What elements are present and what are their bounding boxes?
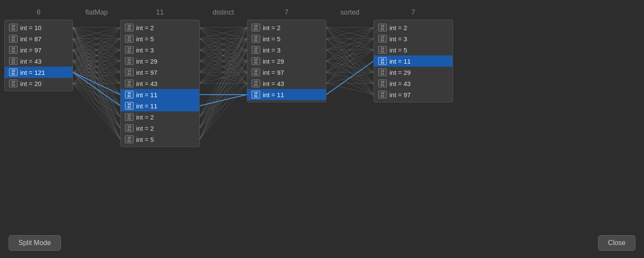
list-item[interactable]: 1001 int = 43 bbox=[374, 78, 453, 89]
item-value: int = 2 bbox=[263, 24, 280, 31]
list-item[interactable]: 1001 int = 29 bbox=[121, 55, 199, 67]
item-value: int = 97 bbox=[389, 91, 411, 98]
int-icon: 1001 bbox=[378, 68, 387, 76]
list-item[interactable]: 1001 int = 97 bbox=[247, 67, 326, 78]
item-value: int = 5 bbox=[136, 35, 154, 43]
list-item[interactable]: 1001 int = 2 bbox=[121, 22, 199, 33]
item-value: int = 11 bbox=[389, 58, 411, 65]
list-item[interactable]: 1001 int = 97 bbox=[5, 44, 73, 55]
list-item[interactable]: 1001 int = 97 bbox=[374, 89, 453, 100]
column-7-wrapper: 7 1001 int = 2 1001 int = 3 1001 int = 5 bbox=[374, 9, 453, 102]
list-item[interactable]: 1001 int = 29 bbox=[374, 67, 453, 78]
item-value: int = 97 bbox=[263, 69, 284, 76]
int-icon: 1001 bbox=[9, 68, 18, 76]
col5-header: 7 bbox=[285, 9, 289, 16]
footer: Split Mode Close bbox=[0, 228, 644, 258]
item-value: int = 2 bbox=[389, 24, 407, 31]
int-icon: 1001 bbox=[9, 24, 18, 31]
int-icon: 1001 bbox=[252, 46, 260, 54]
int-icon: 1001 bbox=[125, 102, 134, 110]
int-icon: 1001 bbox=[378, 35, 387, 43]
item-value: int = 5 bbox=[136, 136, 154, 143]
list-item[interactable]: 1001 int = 5 bbox=[247, 33, 326, 44]
item-value: int = 5 bbox=[389, 46, 407, 54]
list-item[interactable]: 1001 int = 43 bbox=[5, 55, 73, 67]
spacer-distinct: distinct bbox=[200, 9, 247, 228]
spacer-flatmap: flatMap bbox=[73, 9, 120, 228]
col1-header: 6 bbox=[37, 9, 41, 16]
list-item-selected[interactable]: 1001 int = 11 bbox=[121, 89, 199, 100]
item-value: int = 97 bbox=[136, 69, 158, 76]
list-item-selected[interactable]: 1001 int = 11 bbox=[121, 100, 199, 111]
list-item[interactable]: 1001 int = 5 bbox=[121, 33, 199, 44]
list-item[interactable]: 1001 int = 5 bbox=[121, 134, 199, 145]
column-5-wrapper: 7 1001 int = 2 1001 int = 5 1001 int = 3 bbox=[247, 9, 326, 102]
list-item[interactable]: 1001 int = 2 bbox=[121, 111, 199, 123]
main-container: 6 1001 int = 10 1001 int = 87 1001 int =… bbox=[0, 0, 644, 258]
list-item[interactable]: 1001 int = 97 bbox=[121, 67, 199, 78]
col7-header: 7 bbox=[411, 9, 415, 16]
int-icon: 1001 bbox=[125, 46, 134, 54]
int-icon: 1001 bbox=[252, 68, 260, 76]
int-icon: 1001 bbox=[378, 91, 387, 98]
list-item[interactable]: 1001 int = 87 bbox=[5, 33, 73, 44]
int-icon: 1001 bbox=[378, 80, 387, 87]
int-icon: 1001 bbox=[125, 113, 134, 121]
col3-header: 11 bbox=[156, 9, 164, 16]
close-button[interactable]: Close bbox=[598, 235, 635, 251]
item-value: int = 121 bbox=[20, 69, 45, 76]
list-item-selected[interactable]: 1001 int = 121 bbox=[5, 67, 73, 78]
int-icon: 1001 bbox=[378, 24, 387, 31]
split-mode-button[interactable]: Split Mode bbox=[9, 235, 61, 251]
sorted-header: sorted bbox=[340, 9, 359, 16]
item-value: int = 43 bbox=[389, 80, 411, 87]
int-icon: 1001 bbox=[9, 35, 18, 43]
list-item[interactable]: 1001 int = 3 bbox=[374, 33, 453, 44]
int-icon: 1001 bbox=[125, 135, 134, 143]
int-icon: 1001 bbox=[252, 35, 260, 43]
item-value: int = 97 bbox=[20, 46, 42, 54]
list-item[interactable]: 1001 int = 2 bbox=[121, 123, 199, 134]
int-icon: 1001 bbox=[125, 68, 134, 76]
item-value: int = 11 bbox=[136, 102, 158, 110]
list-item[interactable]: 1001 int = 43 bbox=[121, 78, 199, 89]
list-item[interactable]: 1001 int = 20 bbox=[5, 78, 73, 89]
item-value: int = 29 bbox=[389, 69, 411, 76]
item-value: int = 5 bbox=[263, 35, 280, 43]
item-value: int = 2 bbox=[136, 125, 154, 132]
int-icon: 1001 bbox=[378, 46, 387, 54]
item-value: int = 43 bbox=[263, 80, 284, 87]
list-item[interactable]: 1001 int = 43 bbox=[247, 78, 326, 89]
int-icon: 1001 bbox=[125, 80, 134, 87]
int-icon: 1001 bbox=[9, 46, 18, 54]
item-value: int = 2 bbox=[136, 24, 154, 31]
item-value: int = 10 bbox=[20, 24, 42, 31]
int-icon: 1001 bbox=[252, 57, 260, 65]
item-value: int = 11 bbox=[263, 91, 284, 98]
list-item[interactable]: 1001 int = 2 bbox=[374, 22, 453, 33]
column-3-wrapper: 11 1001 int = 2 1001 int = 5 1001 int = … bbox=[120, 9, 200, 147]
list-item[interactable]: 1001 int = 3 bbox=[247, 44, 326, 55]
list-item[interactable]: 1001 int = 2 bbox=[247, 22, 326, 33]
item-value: int = 3 bbox=[389, 35, 407, 43]
list-item[interactable]: 1001 int = 3 bbox=[121, 44, 199, 55]
item-value: int = 43 bbox=[136, 80, 158, 87]
int-icon: 1001 bbox=[125, 91, 134, 98]
int-icon: 1001 bbox=[252, 24, 260, 31]
distinct-header: distinct bbox=[213, 9, 234, 16]
item-value: int = 29 bbox=[263, 58, 284, 65]
column-1-wrapper: 6 1001 int = 10 1001 int = 87 1001 int =… bbox=[4, 9, 73, 91]
item-value: int = 43 bbox=[20, 58, 42, 65]
int-icon: 1001 bbox=[125, 57, 134, 65]
int-icon: 1001 bbox=[125, 24, 134, 31]
list-item[interactable]: 1001 int = 5 bbox=[374, 44, 453, 55]
list-item[interactable]: 1001 int = 29 bbox=[247, 55, 326, 67]
int-icon: 1001 bbox=[252, 91, 260, 98]
int-icon: 1001 bbox=[9, 57, 18, 65]
list-item-selected[interactable]: 1001 int = 11 bbox=[374, 55, 453, 67]
list-item-selected[interactable]: 1001 int = 11 bbox=[247, 89, 326, 100]
col3-box: 1001 int = 2 1001 int = 5 1001 int = 3 1… bbox=[120, 20, 200, 147]
int-icon: 1001 bbox=[378, 57, 387, 65]
list-item[interactable]: 1001 int = 10 bbox=[5, 22, 73, 33]
item-value: int = 3 bbox=[136, 46, 154, 54]
